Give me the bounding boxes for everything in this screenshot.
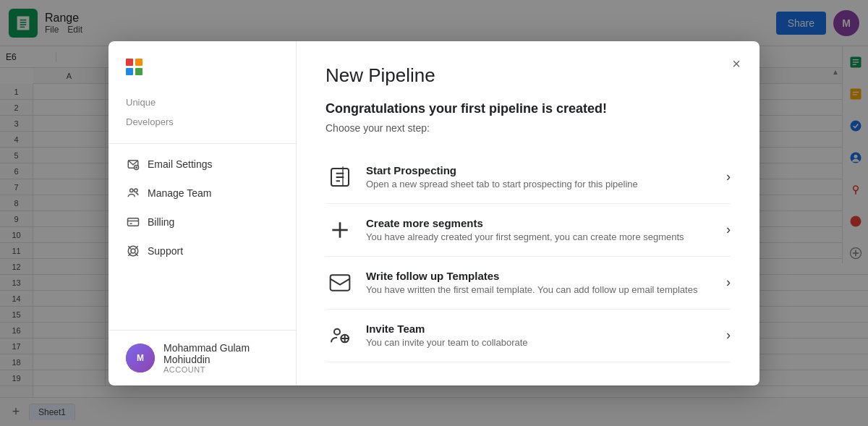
- step-list: Start Prospecting Open a new spread shee…: [326, 151, 731, 362]
- step-arrow-templates: ›: [726, 275, 731, 290]
- nav-label-unique: Unique: [109, 93, 296, 112]
- modal-user-sublabel: ACCOUNT: [163, 365, 278, 374]
- nav-label-developers: Developers: [109, 112, 296, 132]
- logo-sq-blue: [126, 68, 133, 75]
- step-desc-invite: You can invite your team to collaborate: [366, 337, 715, 348]
- step-desc-segments: You have already created your first segm…: [366, 231, 715, 242]
- step-text-segments: Create more segments You have already cr…: [366, 217, 715, 242]
- email-settings-icon: [126, 157, 140, 171]
- prospecting-icon: [326, 163, 354, 192]
- step-item-invite[interactable]: Invite Team You can invite your team to …: [326, 310, 731, 362]
- svg-rect-28: [128, 218, 139, 226]
- svg-point-27: [135, 189, 138, 192]
- manage-team-icon: [126, 186, 140, 200]
- modal-sidebar: Unique Developers E: [109, 41, 297, 385]
- step-title-invite: Invite Team: [366, 323, 715, 335]
- step-arrow-prospecting: ›: [726, 169, 731, 184]
- logo-icon: [126, 59, 142, 75]
- step-item-templates[interactable]: Write follow up Templates You have writt…: [326, 257, 731, 310]
- svg-point-32: [131, 249, 135, 253]
- modal-user-info: Mohammad Gulam Mohiuddin ACCOUNT: [163, 342, 278, 374]
- email-settings-label: Email Settings: [148, 158, 212, 170]
- nav-item-email-settings[interactable]: Email Settings: [109, 150, 296, 179]
- billing-icon: [126, 215, 140, 229]
- support-label: Support: [148, 245, 183, 257]
- modal-subtitle: Choose your next step:: [326, 122, 731, 134]
- billing-label: Billing: [148, 216, 174, 228]
- nav-section-top: Unique Developers: [109, 93, 296, 144]
- svg-point-45: [334, 328, 340, 334]
- support-icon: [126, 244, 140, 258]
- modal-logo: [109, 59, 296, 93]
- step-title-prospecting: Start Prospecting: [366, 164, 715, 176]
- logo-sq-red: [126, 59, 133, 66]
- nav-item-manage-team[interactable]: Manage Team: [109, 179, 296, 208]
- svg-point-26: [130, 189, 134, 192]
- svg-rect-44: [331, 275, 350, 290]
- logo-sq-orange: [135, 59, 142, 66]
- modal-title: New Pipeline: [326, 64, 731, 87]
- invite-icon: [326, 321, 354, 350]
- nav-items: Email Settings Manage Team: [109, 150, 296, 265]
- nav-item-support[interactable]: Support: [109, 237, 296, 265]
- step-desc-prospecting: Open a new spread sheet tab to start pro…: [366, 179, 715, 189]
- manage-team-label: Manage Team: [148, 187, 211, 199]
- step-desc-templates: You have written the first email templat…: [366, 284, 715, 295]
- new-pipeline-modal: Unique Developers E: [109, 41, 760, 385]
- templates-icon: [326, 268, 354, 297]
- step-text-prospecting: Start Prospecting Open a new spread shee…: [366, 164, 715, 189]
- step-arrow-segments: ›: [726, 222, 731, 237]
- modal-user-avatar: M: [126, 344, 155, 372]
- step-title-templates: Write follow up Templates: [366, 270, 715, 282]
- segments-icon: [326, 216, 354, 244]
- modal-user-section: M Mohammad Gulam Mohiuddin ACCOUNT: [109, 330, 296, 385]
- logo-sq-green: [135, 68, 142, 75]
- step-item-prospecting[interactable]: Start Prospecting Open a new spread shee…: [326, 151, 731, 204]
- step-item-segments[interactable]: Create more segments You have already cr…: [326, 204, 731, 257]
- step-title-segments: Create more segments: [366, 217, 715, 229]
- modal-user-name: Mohammad Gulam Mohiuddin: [163, 342, 278, 365]
- step-arrow-invite: ›: [726, 328, 731, 343]
- modal-main-content: × New Pipeline Congratulations your firs…: [297, 41, 760, 385]
- step-text-invite: Invite Team You can invite your team to …: [366, 323, 715, 348]
- modal-congrats-text: Congratulations your first pipeline is c…: [326, 101, 731, 116]
- step-text-templates: Write follow up Templates You have writt…: [366, 270, 715, 295]
- modal-overlay: Unique Developers E: [0, 0, 868, 426]
- nav-item-billing[interactable]: Billing: [109, 208, 296, 237]
- modal-close-button[interactable]: ×: [725, 53, 748, 76]
